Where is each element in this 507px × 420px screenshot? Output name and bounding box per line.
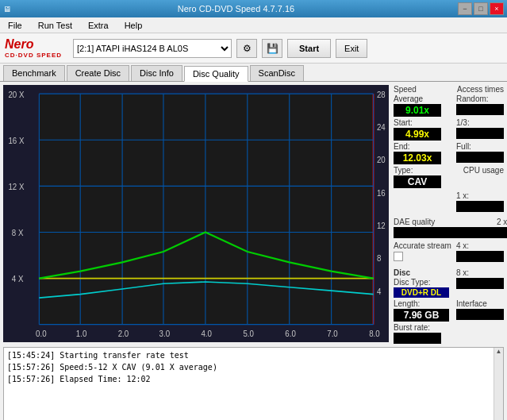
interface-value xyxy=(456,309,504,320)
svg-text:16: 16 xyxy=(377,189,386,198)
svg-text:1.0: 1.0 xyxy=(76,329,87,338)
svg-text:8.0: 8.0 xyxy=(369,329,380,338)
full-label: Full: xyxy=(456,142,504,151)
tab-disc-quality[interactable]: Disc Quality xyxy=(184,66,248,82)
save-button[interactable]: 💾 xyxy=(262,39,282,58)
svg-text:8: 8 xyxy=(377,254,382,263)
disc-type-label: Disc Type: xyxy=(394,278,449,287)
menu-bar: File Run Test Extra Help xyxy=(0,17,507,33)
toolbar: Nero CD·DVD SPEED [2:1] ATAPI iHAS124 B … xyxy=(0,33,507,64)
menu-extra[interactable]: Extra xyxy=(83,19,113,32)
log-scrollbar[interactable]: ▲ ▼ xyxy=(494,348,503,420)
cpu-1x-label: 1 x: xyxy=(456,191,504,200)
random-label: Random: xyxy=(456,94,504,103)
one-third-label: 1/3: xyxy=(456,118,504,127)
exit-button[interactable]: Exit xyxy=(336,39,367,58)
svg-text:20: 20 xyxy=(377,156,386,164)
dae-value xyxy=(394,227,497,238)
log-area: [15:45:24] Starting transfer rate test [… xyxy=(3,347,504,420)
end-value: 12.03x xyxy=(394,152,441,164)
menu-help[interactable]: Help xyxy=(120,19,148,32)
cpu-1x-value xyxy=(456,201,504,212)
average-label: Average xyxy=(394,94,441,103)
minimize-button[interactable]: − xyxy=(458,2,472,15)
dae-label: DAE quality xyxy=(394,218,497,226)
cpu-4x-label: 4 x: xyxy=(456,241,504,250)
svg-text:28: 28 xyxy=(377,90,386,98)
log-line-1: [15:45:24] Starting transfer rate test xyxy=(7,349,490,361)
disc-section: Disc Disc Type: DVD+R DL 8 x: Length: 7.… xyxy=(394,268,504,345)
cpu-8x-value xyxy=(456,278,504,289)
tab-scan-disc[interactable]: ScanDisc xyxy=(250,65,304,81)
scroll-up-icon[interactable]: ▲ xyxy=(496,348,502,355)
length-label: Length: xyxy=(394,299,449,308)
burst-rate-value xyxy=(394,333,441,344)
start-value: 4.99x xyxy=(394,128,441,141)
one-third-value xyxy=(456,128,504,139)
drive-select[interactable]: [2:1] ATAPI iHAS124 B AL0S xyxy=(73,39,232,58)
tab-benchmark[interactable]: Benchmark xyxy=(3,65,65,81)
svg-text:4.0: 4.0 xyxy=(201,329,212,338)
svg-text:6.0: 6.0 xyxy=(285,329,296,338)
tab-create-disc[interactable]: Create Disc xyxy=(67,65,129,81)
svg-text:12 X: 12 X xyxy=(8,183,24,191)
start-label: Start: xyxy=(394,118,441,127)
svg-text:8 X: 8 X xyxy=(12,229,24,237)
menu-run-test[interactable]: Run Test xyxy=(33,19,77,32)
svg-text:7.0: 7.0 xyxy=(327,329,338,338)
chart-and-right: 20 X 16 X 12 X 8 X 4 X 28 24 20 16 12 8 … xyxy=(0,82,507,345)
logo-nero: Nero xyxy=(5,37,62,52)
accurate-stream-label: Accurate stream xyxy=(394,241,451,250)
title-bar-icon: 🖥 xyxy=(3,5,11,13)
burst-rate-label: Burst rate: xyxy=(394,323,504,332)
end-label: End: xyxy=(394,142,441,151)
cpu-2x-label: 2 x: xyxy=(497,218,507,226)
cpu-label: CPU usage xyxy=(463,166,504,175)
tabs: Benchmark Create Disc Disc Info Disc Qua… xyxy=(0,64,507,82)
options-button[interactable]: ⚙ xyxy=(236,39,257,58)
start-button[interactable]: Start xyxy=(287,39,331,58)
access-times-label: Access times xyxy=(457,85,504,94)
svg-text:4 X: 4 X xyxy=(12,275,24,283)
close-button[interactable]: × xyxy=(490,2,504,15)
svg-text:0.0: 0.0 xyxy=(36,329,47,338)
dae-section: DAE quality 2 x: Accurate stream xyxy=(394,218,504,264)
title-bar-controls: − □ × xyxy=(458,2,504,15)
svg-text:12: 12 xyxy=(377,222,386,230)
speed-label: Speed xyxy=(394,85,417,94)
type-value: CAV xyxy=(394,175,441,188)
logo-sub: CD·DVD SPEED xyxy=(5,52,62,59)
svg-text:5.0: 5.0 xyxy=(243,329,254,338)
full-value xyxy=(456,152,504,163)
main-area: 20 X 16 X 12 X 8 X 4 X 28 24 20 16 12 8 … xyxy=(0,82,507,420)
type-label: Type: xyxy=(394,166,441,175)
disc-type-value: DVD+R DL xyxy=(394,287,449,298)
log-line-3: [15:57:26] Elapsed Time: 12:02 xyxy=(7,373,490,385)
length-value: 7.96 GB xyxy=(394,309,449,322)
accurate-stream-checkbox[interactable] xyxy=(394,252,403,261)
disc-type-section-label: Disc xyxy=(394,268,449,277)
accurate-stream-row xyxy=(394,252,451,261)
cpu-4x-value xyxy=(456,251,504,262)
cpu-8x-label: 8 x: xyxy=(456,268,504,277)
svg-text:20 X: 20 X xyxy=(8,90,24,98)
app-logo: Nero CD·DVD SPEED xyxy=(5,37,62,59)
chart-svg: 20 X 16 X 12 X 8 X 4 X 28 24 20 16 12 8 … xyxy=(3,85,389,342)
right-panel: Speed Access times Average 9.01x Random: xyxy=(392,82,507,345)
svg-text:3.0: 3.0 xyxy=(159,329,171,338)
title-bar-title: Nero CD-DVD Speed 4.7.7.16 xyxy=(178,4,294,13)
cpu-2x-value xyxy=(497,227,507,238)
average-value: 9.01x xyxy=(394,104,441,117)
random-value xyxy=(456,104,504,115)
svg-text:4: 4 xyxy=(377,287,382,296)
interface-label: Interface xyxy=(456,299,504,308)
menu-file[interactable]: File xyxy=(3,19,27,32)
log-line-2: [15:57:26] Speed:5-12 X CAV (9.01 X aver… xyxy=(7,361,490,373)
tab-disc-info[interactable]: Disc Info xyxy=(131,65,182,81)
chart-container: 20 X 16 X 12 X 8 X 4 X 28 24 20 16 12 8 … xyxy=(3,85,389,342)
title-bar: 🖥 Nero CD-DVD Speed 4.7.7.16 − □ × xyxy=(0,0,507,17)
speed-section: Speed Access times Average 9.01x Random: xyxy=(394,85,504,214)
svg-text:24: 24 xyxy=(377,123,386,132)
maximize-button[interactable]: □ xyxy=(474,2,488,15)
svg-text:2.0: 2.0 xyxy=(118,329,129,338)
